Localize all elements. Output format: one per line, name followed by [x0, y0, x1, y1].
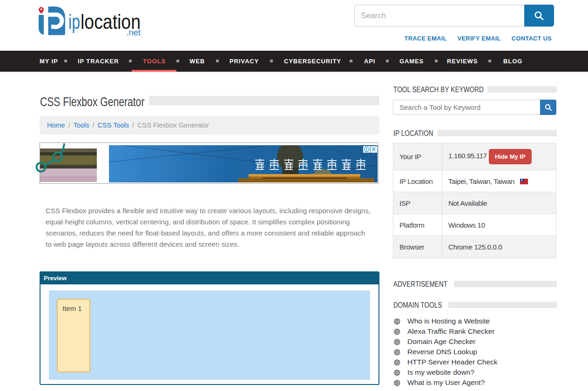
svg-text:ip: ip: [68, 10, 80, 33]
